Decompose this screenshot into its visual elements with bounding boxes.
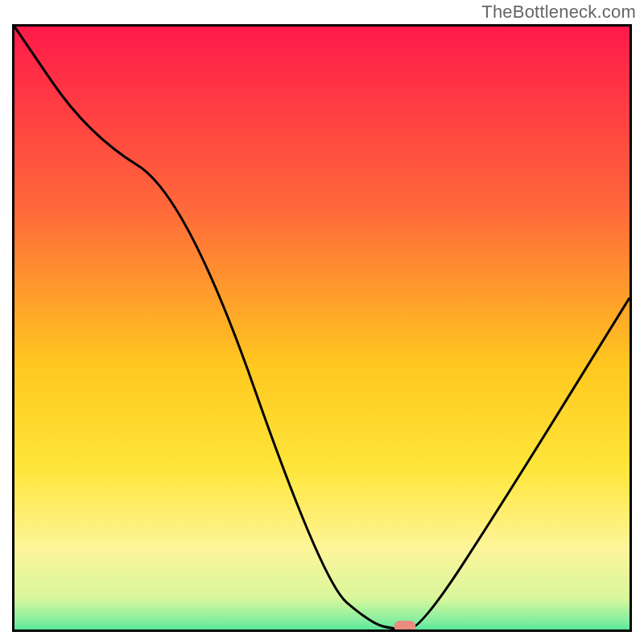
watermark-label: TheBottleneck.com	[481, 2, 636, 23]
chart-container: TheBottleneck.com	[0, 0, 644, 644]
bottleneck-curve-path	[14, 27, 630, 630]
highlight-marker	[394, 621, 416, 632]
plot-area	[12, 24, 632, 632]
curve-layer	[14, 27, 630, 630]
